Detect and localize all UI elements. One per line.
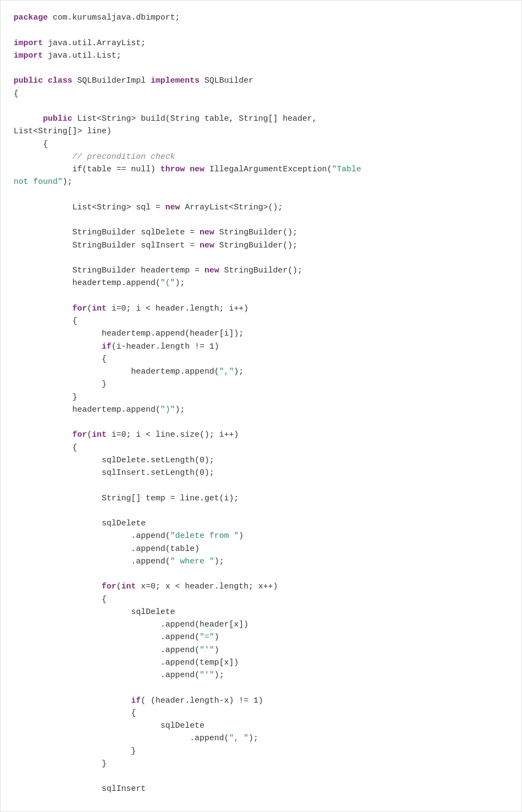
code-block: package com.kurumsaljava.dbimport; impor… — [14, 11, 508, 796]
code-container: package com.kurumsaljava.dbimport; impor… — [0, 0, 522, 812]
